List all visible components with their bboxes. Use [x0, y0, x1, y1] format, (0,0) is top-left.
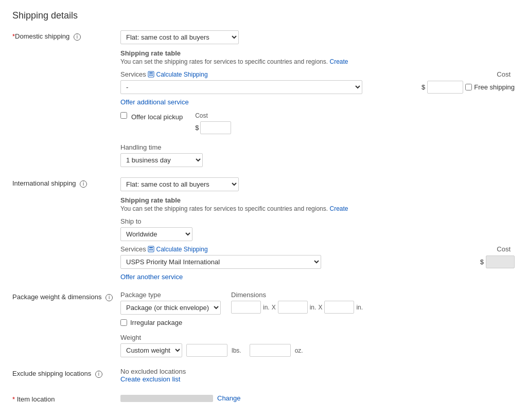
package-info-icon[interactable]: i	[106, 294, 113, 301]
svg-rect-8	[151, 249, 152, 250]
exclude-info-icon[interactable]: i	[95, 371, 102, 378]
international-cost-group: $	[480, 255, 515, 268]
domestic-shipping-section: *Domestic shipping i Flat: same cost to …	[12, 30, 515, 167]
offer-additional-service-link[interactable]: Offer additional service	[120, 98, 189, 106]
dim-unit3: in.	[356, 304, 363, 311]
international-rate-table-title: Shipping rate table	[120, 196, 515, 204]
package-label-col: Package weight & dimensions i	[12, 291, 120, 357]
svg-rect-3	[151, 75, 152, 76]
ship-to-label: Ship to	[120, 217, 515, 225]
international-services-label: Services	[120, 245, 146, 253]
domestic-service-input-row: - $ Free shipping	[120, 80, 515, 94]
package-label: Package weight & dimensions	[12, 293, 101, 301]
package-type-col: Package type Package (or thick envelope)	[120, 291, 221, 315]
svg-rect-4	[152, 75, 153, 76]
dim-sep2: X	[318, 304, 322, 311]
svg-rect-2	[149, 75, 150, 76]
package-content: Package type Package (or thick envelope)…	[120, 291, 515, 357]
domestic-cost-group: $ Free shipping	[421, 81, 515, 94]
local-pickup-cost-label: Cost	[195, 112, 231, 119]
international-cost-input[interactable]	[486, 255, 515, 268]
domestic-services-header: Services Calculate Shipping Cost	[120, 70, 515, 78]
custom-weight-select[interactable]: Custom weight	[120, 343, 182, 357]
handling-time-section: Handling time 1 business day	[120, 143, 515, 167]
international-services-header: Services Calculate Shipping Cost	[120, 245, 515, 253]
dim2-input[interactable]: 6.00	[278, 301, 308, 314]
dimensions-label: Dimensions	[231, 291, 363, 299]
ship-to-section: Ship to Worldwide	[120, 217, 515, 241]
local-pickup-label: Offer local pickup	[131, 113, 183, 121]
svg-rect-5	[148, 246, 154, 252]
item-location-required: *	[12, 395, 15, 403]
free-shipping-label[interactable]: Free shipping	[465, 83, 515, 91]
dim-unit1: in.	[263, 304, 270, 311]
oz-input[interactable]: 0	[250, 344, 291, 357]
lbs-input[interactable]: 0	[186, 344, 227, 357]
domestic-content: Flat: same cost to all buyers Shipping r…	[120, 30, 515, 167]
domestic-calc-label: Calculate Shipping	[156, 71, 207, 78]
domestic-method-select[interactable]: Flat: same cost to all buyers	[120, 30, 239, 44]
weight-label: Weight	[120, 334, 515, 341]
domestic-service-select[interactable]: -	[120, 80, 362, 94]
international-calc-shipping[interactable]: Calculate Shipping	[148, 246, 207, 253]
package-type-select[interactable]: Package (or thick envelope)	[120, 301, 221, 315]
international-method-select[interactable]: Flat: same cost to all buyers	[120, 177, 239, 191]
domestic-cost-header: Cost	[497, 70, 515, 78]
exclude-content: No excluded locations Create exclusion l…	[120, 368, 515, 383]
domestic-dollar-sign: $	[421, 83, 425, 91]
dim3-input[interactable]: 1.00	[324, 301, 354, 314]
exclude-label-col: Exclude shipping locations i	[12, 368, 120, 383]
oz-label: oz.	[295, 347, 303, 354]
international-rate-table-desc: You can set the shipping rates for servi…	[120, 205, 515, 212]
no-excluded-text: No excluded locations	[120, 368, 515, 375]
domestic-rate-table-desc: You can set the shipping rates for servi…	[120, 58, 515, 65]
local-pickup-dollar: $	[195, 124, 199, 132]
dim1-input[interactable]: 12.00	[231, 301, 261, 314]
svg-rect-1	[149, 72, 153, 74]
international-cost-header: Cost	[497, 245, 515, 253]
international-calc-label: Calculate Shipping	[156, 246, 207, 253]
weight-row: Custom weight 0 lbs. 0 oz.	[120, 343, 515, 357]
free-shipping-checkbox[interactable]	[465, 84, 472, 90]
international-rate-table: Shipping rate table You can set the ship…	[120, 196, 515, 212]
international-shipping-section: International shipping i Flat: same cost…	[12, 177, 515, 281]
domestic-info-icon[interactable]: i	[74, 33, 81, 41]
weight-section: Weight Custom weight 0 lbs. 0 oz.	[120, 334, 515, 357]
item-location-blurred	[120, 395, 213, 402]
package-section: Package weight & dimensions i Package ty…	[12, 291, 515, 357]
exclude-section: Exclude shipping locations i No excluded…	[12, 368, 515, 383]
irregular-package-checkbox[interactable]	[120, 319, 127, 326]
svg-rect-9	[152, 249, 153, 250]
local-pickup-row: Offer local pickup Cost $	[120, 112, 515, 134]
package-type-label: Package type	[120, 291, 221, 299]
domestic-rate-table: Shipping rate table You can set the ship…	[120, 49, 515, 65]
lbs-label: lbs.	[232, 347, 241, 354]
irregular-package-label: Irregular package	[130, 319, 182, 326]
offer-another-service-link[interactable]: Offer another service	[120, 273, 183, 281]
domestic-rate-table-title: Shipping rate table	[120, 49, 515, 57]
international-create-link[interactable]: Create	[329, 205, 348, 212]
dimensions-col: Dimensions 12.00 in. X 6.00 in. X 1.00 i…	[231, 291, 363, 314]
international-service-select[interactable]: USPS Priority Mail International	[120, 255, 321, 269]
domestic-create-link[interactable]: Create	[329, 58, 348, 65]
international-label-col: International shipping i	[12, 177, 120, 281]
item-location-content: Change	[120, 393, 515, 403]
ship-to-select[interactable]: Worldwide	[120, 227, 192, 241]
local-pickup-checkbox[interactable]	[120, 112, 127, 119]
domestic-calc-shipping[interactable]: Calculate Shipping	[148, 71, 207, 78]
domestic-cost-input[interactable]	[427, 81, 463, 94]
international-service-input-row: USPS Priority Mail International $	[120, 255, 515, 269]
domestic-services-label: Services	[120, 70, 146, 78]
local-pickup-cost-input[interactable]	[200, 121, 231, 134]
create-exclusion-link[interactable]: Create exclusion list	[120, 375, 180, 383]
irregular-package-row: Irregular package	[120, 319, 515, 326]
international-label: International shipping	[12, 179, 76, 187]
svg-rect-7	[149, 249, 150, 250]
domestic-label: *Domestic shipping i	[12, 30, 120, 167]
dim-sep1: X	[272, 304, 276, 311]
international-info-icon[interactable]: i	[80, 180, 87, 188]
item-location-change-link[interactable]: Change	[217, 394, 241, 402]
dimensions-inputs: 12.00 in. X 6.00 in. X 1.00 in.	[231, 301, 363, 314]
local-pickup-cost-group: Cost $	[195, 112, 231, 134]
handling-time-select[interactable]: 1 business day	[120, 153, 203, 167]
